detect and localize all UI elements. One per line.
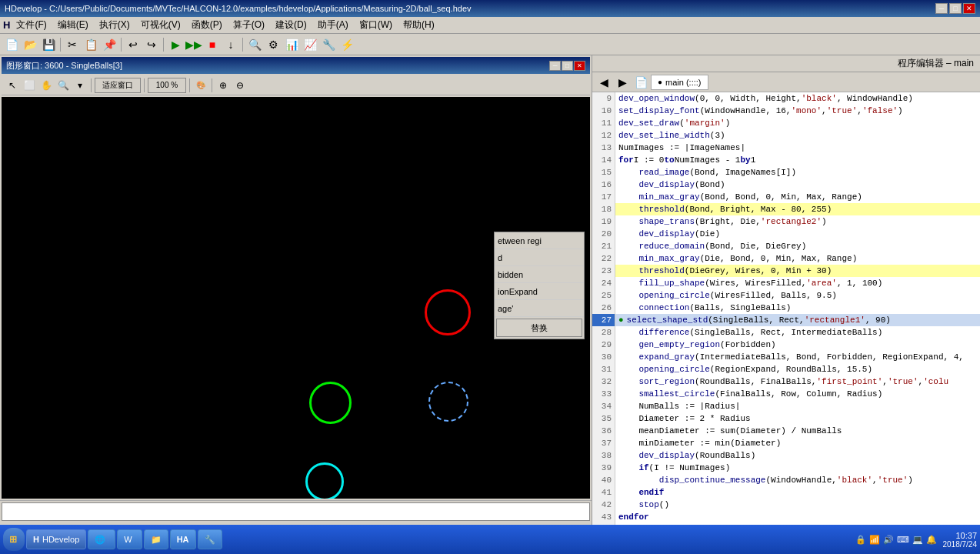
code-line-30: expand_gray (IntermediateBalls, Bond, Fo…: [615, 351, 980, 363]
zoom-in2[interactable]: ⊕: [215, 78, 231, 93]
step-btn[interactable]: ↓: [222, 36, 239, 53]
code-area[interactable]: 9 10 11 12 13 14 15 16 17 18 19 20 21 22…: [592, 92, 980, 540]
code-line-14: for I := 0 to NumImages - 1 by 1: [615, 154, 980, 166]
taskbar-icon-files: 📁: [151, 535, 162, 545]
img-restore-btn[interactable]: □: [562, 61, 573, 71]
zoom-out2[interactable]: ⊖: [232, 78, 248, 93]
run-btn[interactable]: ▶: [167, 36, 184, 53]
zoom-tool[interactable]: ⬜: [22, 78, 37, 93]
color-picker[interactable]: 🎨: [193, 78, 208, 93]
zoom-in-tool[interactable]: 🔍: [55, 78, 71, 93]
editor-doc-btn[interactable]: 📄: [632, 74, 649, 91]
circle-green: [309, 382, 352, 424]
taskbar-icon-ha: HA: [177, 535, 189, 544]
sep3: [163, 38, 164, 52]
menu-file[interactable]: 文件(F): [12, 17, 51, 33]
code-line-39: if (I != NumImages): [615, 462, 980, 474]
close-button[interactable]: ✕: [963, 3, 975, 14]
fit-window-label: 适应窗口: [102, 80, 133, 91]
menu-window[interactable]: 窗口(W): [355, 17, 397, 33]
ln-29: 29: [592, 339, 615, 351]
img-sep4: [212, 78, 212, 92]
img-close-btn[interactable]: ✕: [574, 61, 585, 71]
copy-btn[interactable]: 📋: [82, 36, 99, 53]
taskbar-icon-explorer: 🌐: [95, 535, 105, 545]
pan-tool[interactable]: ✋: [38, 78, 54, 93]
taskbar-icon-hdevelop: H: [33, 535, 39, 544]
code-line-11: dev_set_draw ('margin'): [615, 117, 980, 129]
tray-icon-3: 🔊: [883, 535, 894, 545]
code-lines: dev_open_window (0, 0, Width, Height, 'b…: [615, 92, 980, 540]
taskbar-app-tool[interactable]: 🔧: [198, 529, 222, 549]
taskbar-app-hdevelop[interactable]: H HDevelop: [26, 529, 86, 549]
overlay-row-3[interactable]: bidden: [495, 266, 584, 283]
overlay-row-1[interactable]: etween regi: [495, 232, 584, 249]
tool7[interactable]: 📊: [283, 36, 300, 53]
image-toolbar: ↖ ⬜ ✋ 🔍 ▾ 适应窗口 100 % 🎨 ⊕ ⊖: [2, 75, 590, 95]
menu-assist[interactable]: 助手(A): [313, 17, 353, 33]
code-line-33: smallest_circle (FinalBalls, Row, Column…: [615, 388, 980, 400]
title-bar: HDevelop - C:/Users/Public/Documents/MVT…: [0, 0, 980, 17]
overlay-row-4[interactable]: ionExpand: [495, 283, 584, 300]
open-btn[interactable]: 📂: [22, 36, 38, 53]
menu-exec[interactable]: 执行(X): [95, 17, 135, 33]
taskbar-app-word[interactable]: W: [117, 529, 142, 549]
redo-btn[interactable]: ↪: [143, 36, 160, 53]
zoom-value: 100 %: [156, 81, 178, 89]
undo-btn[interactable]: ↩: [125, 36, 142, 53]
menu-op[interactable]: 算子(O): [228, 17, 269, 33]
cut-btn[interactable]: ✂: [64, 36, 81, 53]
zoom-dropdown[interactable]: 100 %: [148, 78, 186, 93]
menu-edit[interactable]: 编辑(E): [53, 17, 93, 33]
ln-36: 36: [592, 425, 615, 437]
editor-title-text: 程序编辑器 – main: [898, 57, 974, 70]
editor-tab[interactable]: ● main (::::): [651, 75, 708, 90]
taskbar-app-files[interactable]: 📁: [144, 529, 168, 549]
sep2: [121, 38, 122, 52]
ln-16: 16: [592, 179, 615, 191]
save-btn[interactable]: 💾: [40, 36, 57, 53]
tool9[interactable]: 🔧: [320, 36, 337, 53]
new-btn[interactable]: 📄: [3, 36, 20, 53]
fit-window-btn[interactable]: 适应窗口: [95, 78, 141, 93]
image-window-controls: ─ □ ✕: [549, 61, 585, 71]
menu-build[interactable]: 建设(D): [271, 17, 312, 33]
ln-11: 11: [592, 117, 615, 129]
menu-vis[interactable]: 可视化(V): [136, 17, 185, 33]
overlay-text-4: ionExpand: [498, 287, 538, 296]
minimize-button[interactable]: ─: [935, 3, 948, 14]
replace-button[interactable]: 替换: [496, 319, 582, 337]
stop-btn[interactable]: ■: [204, 36, 221, 53]
tray-icon-6: 🔔: [926, 535, 937, 545]
more-tools[interactable]: ▾: [72, 78, 88, 93]
tool6[interactable]: ⚙: [265, 36, 282, 53]
taskbar-icon-tool: 🔧: [205, 535, 215, 545]
menu-help[interactable]: 帮助(H): [398, 17, 439, 33]
ln-35: 35: [592, 412, 615, 425]
overlay-text-2: d: [498, 253, 502, 262]
taskbar-app-ha[interactable]: HA: [170, 529, 196, 549]
pointer-tool[interactable]: ↖: [5, 78, 20, 93]
main-toolbar: 📄 📂 💾 ✂ 📋 📌 ↩ ↪ ▶ ▶▶ ■ ↓ 🔍 ⚙ 📊 📈 🔧 ⚡: [0, 34, 980, 55]
windows-logo: ⊞: [9, 534, 17, 545]
code-line-38: dev_display (RoundBalls): [615, 449, 980, 462]
editor-back-btn[interactable]: ◀: [595, 74, 612, 91]
paste-btn[interactable]: 📌: [101, 36, 118, 53]
run-all-btn[interactable]: ▶▶: [185, 36, 202, 53]
start-button[interactable]: ⊞: [3, 528, 25, 551]
overlay-row-2[interactable]: d: [495, 249, 584, 266]
taskbar-app-explorer[interactable]: 🌐: [88, 529, 115, 549]
code-line-35: Diameter := 2 * Radius: [615, 412, 980, 425]
editor-fwd-btn[interactable]: ▶: [614, 74, 631, 91]
search-input[interactable]: [5, 507, 586, 516]
overlay-row-5[interactable]: age': [495, 300, 584, 317]
ln-24: 24: [592, 277, 615, 289]
taskbar: ⊞ H HDevelop 🌐 W 📁 HA 🔧 🔒 📶 🔊 ⌨ 💻 🔔 10:3…: [0, 525, 980, 554]
tool10[interactable]: ⚡: [338, 36, 355, 53]
restore-button[interactable]: □: [949, 3, 962, 14]
img-minimize-btn[interactable]: ─: [549, 61, 561, 71]
tool5[interactable]: 🔍: [246, 36, 263, 53]
ln-37: 37: [592, 437, 615, 449]
menu-func[interactable]: 函数(P): [187, 17, 227, 33]
tool8[interactable]: 📈: [302, 36, 318, 53]
